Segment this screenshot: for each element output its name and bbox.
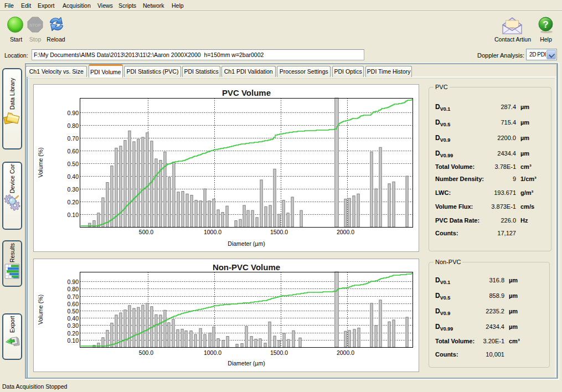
- svg-text:1500.0: 1500.0: [270, 229, 288, 235]
- svg-text:500.0: 500.0: [139, 229, 153, 235]
- svg-text:1000.0: 1000.0: [204, 349, 221, 356]
- svg-text:0.80: 0.80: [68, 122, 79, 129]
- svg-text:Volume (%): Volume (%): [37, 295, 44, 324]
- svg-text:0.30: 0.30: [68, 186, 79, 193]
- svg-text:0.70: 0.70: [68, 293, 79, 300]
- svg-text:0.80: 0.80: [68, 286, 79, 292]
- svg-text:0.50: 0.50: [68, 308, 79, 314]
- svg-text:Diameter (µm): Diameter (µm): [228, 240, 265, 247]
- svg-text:0.60: 0.60: [68, 301, 79, 307]
- svg-text:?: ?: [543, 19, 548, 30]
- svg-text:2000.0: 2000.0: [337, 349, 354, 356]
- svg-text:Volume (%): Volume (%): [37, 147, 44, 177]
- svg-text:Diameter (µm): Diameter (µm): [228, 360, 265, 367]
- svg-text:0.10: 0.10: [68, 337, 79, 344]
- svg-text:PVC Volume: PVC Volume: [222, 88, 271, 97]
- svg-text:Non-PVC Volume: Non-PVC Volume: [213, 262, 280, 272]
- svg-text:0.20: 0.20: [68, 330, 79, 337]
- svg-text:0.50: 0.50: [68, 161, 79, 167]
- svg-text:0.60: 0.60: [68, 148, 79, 154]
- svg-text:0.30: 0.30: [68, 322, 79, 329]
- svg-text:0.40: 0.40: [68, 173, 79, 180]
- svg-text:2000.0: 2000.0: [337, 229, 354, 235]
- svg-text:0.40: 0.40: [68, 315, 79, 322]
- svg-text:500.0: 500.0: [139, 349, 153, 356]
- svg-text:0.20: 0.20: [68, 199, 79, 205]
- svg-text:STOP: STOP: [29, 23, 41, 28]
- svg-text:0.10: 0.10: [68, 212, 79, 218]
- svg-text:0.90: 0.90: [68, 110, 79, 116]
- svg-text:0.70: 0.70: [68, 135, 79, 142]
- svg-text:0.90: 0.90: [68, 278, 79, 285]
- svg-text:1500.0: 1500.0: [270, 349, 288, 356]
- svg-text:1000.0: 1000.0: [204, 229, 221, 235]
